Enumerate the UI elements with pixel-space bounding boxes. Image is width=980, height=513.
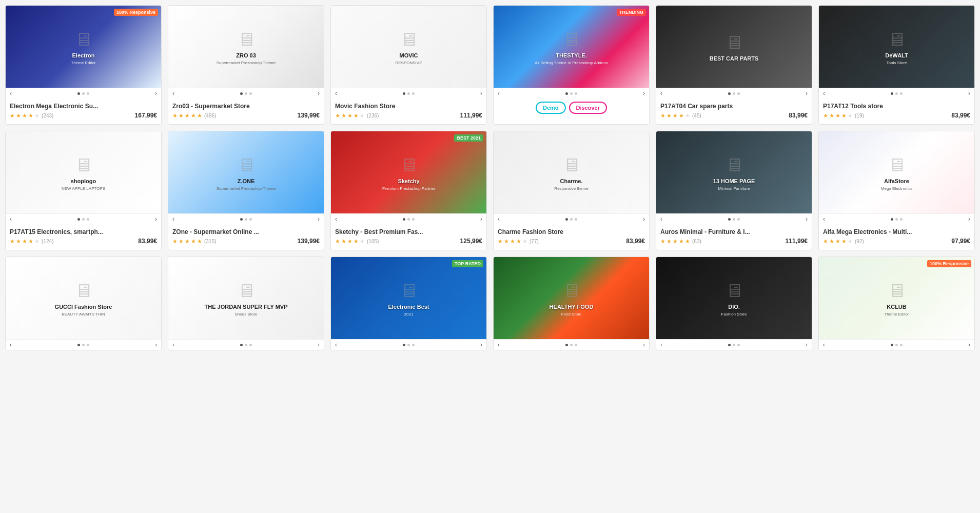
star-icon: ★ [498,238,503,245]
product-card[interactable]: 🖥 Charme. Responsive theme ‹ › Charme Fa… [493,131,650,250]
star-rating: ★★★★★ (243) [10,112,53,119]
prev-button[interactable]: ‹ [497,90,501,97]
product-card[interactable]: 100% Responsive 🖥 KCLUB Theme Editor ‹ › [818,256,975,350]
star-icon: ★ [679,238,684,245]
card-nav: ‹ › [656,213,812,224]
product-card[interactable]: 🖥 Z.ONE Supermarket Prestashop Theme ‹ ›… [168,131,324,250]
image-label: THESTYLE. [554,52,589,58]
image-placeholder: 🖥 Charme. Responsive theme [494,131,649,213]
review-count: (63) [692,239,701,244]
image-sublabel: Premium Prestashop Partner [380,186,437,191]
monitor-icon: 🖥 [725,32,743,53]
next-button[interactable]: › [154,341,158,348]
prev-button[interactable]: ‹ [822,341,826,348]
star-icon: ★ [660,238,665,245]
nav-dots [240,344,252,346]
star-icon: ★ [22,238,27,245]
prev-button[interactable]: ‹ [9,215,13,223]
card-nav: ‹ › [331,88,486,98]
next-button[interactable]: › [154,90,158,97]
monitor-icon: 🖥 [562,29,581,50]
next-button[interactable]: › [805,90,809,97]
card-nav: ‹ › [819,213,974,224]
product-card[interactable]: 100% Responsive 🖥 Electron Theme Editor … [5,5,162,125]
prev-button[interactable]: ‹ [822,215,826,223]
card-nav: ‹ › [819,339,974,350]
discover-button[interactable]: Discover [569,102,607,114]
prev-button[interactable]: ‹ [497,341,501,348]
product-card[interactable]: 🖥 ZRO 03 Supermarket Prestashop Theme ‹ … [168,5,324,125]
prev-button[interactable]: ‹ [659,341,663,348]
nav-dot [403,92,405,95]
prev-button[interactable]: ‹ [9,90,13,97]
product-card[interactable]: BEST 2021 🖥 Sketchy Premium Prestashop P… [330,131,487,250]
prev-button[interactable]: ‹ [497,215,501,223]
nav-dot [77,218,80,221]
card-image: 🖥 Z.ONE Supermarket Prestashop Theme [168,131,324,213]
next-button[interactable]: › [967,341,971,348]
prev-button[interactable]: ‹ [334,90,338,97]
next-button[interactable]: › [317,341,321,348]
product-card[interactable]: 🖥 13 HOME PAGE Minimal Furniture ‹ › Aur… [656,131,812,250]
next-button[interactable]: › [967,90,971,97]
prev-button[interactable]: ‹ [334,341,338,348]
card-info: Electron Mega Electronic Su... ★★★★★ (24… [6,98,161,124]
star-icon: ★ [848,112,853,119]
product-card[interactable]: 🖥 DIO. Fashion Store ‹ › [656,256,812,350]
next-button[interactable]: › [479,90,483,97]
product-card[interactable]: TRENDING 🖥 THESTYLE. #1 Selling Theme in… [493,5,650,125]
image-sublabel: Theme Editor [882,312,911,317]
card-info: Sketchy - Best Premium Fas... ★★★★★ (105… [331,224,486,250]
next-button[interactable]: › [642,90,646,97]
action-buttons: Demo Discover [494,98,649,117]
product-card[interactable]: 🖥 DeWALT Tools Store ‹ › P17AT12 Tools s… [818,5,975,125]
nav-dot [570,344,573,346]
prev-button[interactable]: ‹ [171,341,175,348]
product-card[interactable]: 🖥 MOVIC RESPONSIVE ‹ › Movic Fashion Sto… [330,5,487,125]
nav-dot [733,218,735,221]
next-button[interactable]: › [479,341,483,348]
product-card[interactable]: TOP RATED 🖥 Electronic Best 2021 ‹ › [330,256,487,350]
image-label: Sketchy [396,178,421,184]
demo-button[interactable]: Demo [536,102,566,114]
card-nav: ‹ › [494,88,649,98]
next-button[interactable]: › [317,90,321,97]
prev-button[interactable]: ‹ [9,341,13,348]
next-button[interactable]: › [967,215,971,223]
product-card[interactable]: 🖥 BEST CAR PARTS ‹ › P17AT04 Car spare p… [656,5,812,125]
next-button[interactable]: › [805,215,809,223]
next-button[interactable]: › [805,341,809,348]
nav-dots [565,218,577,221]
prev-button[interactable]: ‹ [171,215,175,223]
card-image: 🖥 AlfaStore Mega Electronics [819,131,974,213]
prev-button[interactable]: ‹ [171,90,175,97]
card-info: ZOne - Supermarket Online ... ★★★★★ (315… [168,224,324,250]
next-button[interactable]: › [479,215,483,223]
star-icon: ★ [185,238,190,245]
image-placeholder: 🖥 Z.ONE Supermarket Prestashop Theme [168,131,324,213]
product-card[interactable]: 🖥 AlfaStore Mega Electronics ‹ › Alfa Me… [818,131,975,250]
star-icon: ★ [823,112,828,119]
product-card[interactable]: 🖥 GUCCI Fashion Store BEAUTY AWAITS THIN… [5,256,162,350]
card-info: Charme Fashion Store ★★★★★ (77) 83,99€ [494,224,649,250]
next-button[interactable]: › [317,215,321,223]
product-card[interactable]: 🖥 shoplogo NEW APPLE LAPTOPS ‹ › P17AT15… [5,131,162,250]
product-card[interactable]: 🖥 HEALTHY FOOD Food Store ‹ › [493,256,650,350]
star-icon: ★ [829,112,834,119]
product-card[interactable]: 🖥 THE JORDAN SUPER FLY MVP Shoes Store ‹… [168,256,324,350]
next-button[interactable]: › [154,215,158,223]
star-rating: ★★★★★ (92) [823,238,864,245]
nav-dots [403,344,415,346]
star-icon: ★ [341,238,346,245]
prev-button[interactable]: ‹ [659,215,663,223]
star-rating: ★★★★★ (45) [660,112,701,119]
prev-button[interactable]: ‹ [659,90,663,97]
next-button[interactable]: › [642,215,646,223]
card-image: 🖥 ZRO 03 Supermarket Prestashop Theme [168,6,324,88]
nav-dot [891,218,893,221]
next-button[interactable]: › [642,341,646,348]
prev-button[interactable]: ‹ [822,90,826,97]
star-icon: ★ [22,112,27,119]
nav-dot [403,218,405,221]
prev-button[interactable]: ‹ [334,215,338,223]
